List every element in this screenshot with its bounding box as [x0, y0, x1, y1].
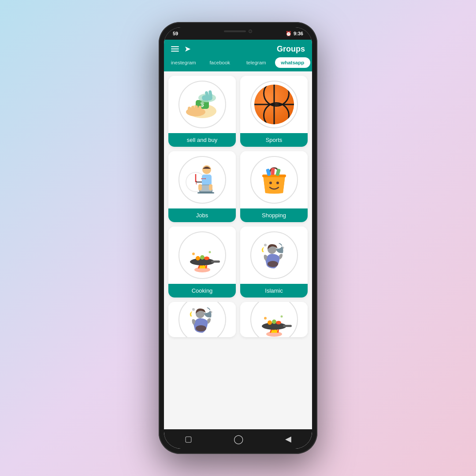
islamic-icon-circle	[250, 231, 298, 279]
islamic2-image	[168, 302, 236, 337]
svg-point-55	[280, 316, 283, 318]
tab-whatsapp[interactable]: whatsapp	[275, 57, 311, 68]
category-jobs[interactable]: ↕ ⟷ Jobs	[168, 151, 236, 222]
shopping-label: Shopping	[240, 208, 308, 222]
content-area: $	[164, 71, 312, 429]
basketball-icon	[254, 85, 294, 124]
app-header: ➤ Groups	[164, 40, 312, 57]
islamic2-svg	[182, 302, 222, 337]
camera	[249, 30, 252, 33]
svg-point-43	[268, 261, 278, 267]
sports-label: Sports	[240, 133, 308, 147]
category-cooking2[interactable]	[240, 302, 308, 337]
svg-rect-8	[198, 106, 201, 113]
svg-rect-5	[188, 107, 191, 113]
cooking-image	[168, 227, 236, 284]
svg-rect-23	[209, 184, 212, 190]
tab-telegram[interactable]: telegram	[238, 57, 274, 68]
shopping-icon-circle	[250, 156, 298, 204]
jobs-icon-circle: ↕ ⟷	[178, 156, 226, 204]
clock-icon: ⏰	[286, 31, 292, 37]
islamic-image	[240, 227, 308, 284]
sell-buy-svg: $	[182, 85, 222, 124]
svg-point-44	[192, 308, 195, 311]
svg-point-40	[264, 244, 267, 246]
jobs-image: ↕ ⟷	[168, 151, 236, 208]
menu-button[interactable]	[171, 46, 179, 52]
category-grid: $	[168, 76, 308, 342]
sell-buy-image: $	[168, 76, 236, 133]
sell-buy-label: sell and buy	[168, 133, 236, 147]
svg-point-52	[272, 320, 276, 324]
svg-rect-30	[271, 168, 275, 175]
svg-point-35	[196, 256, 200, 260]
svg-point-28	[276, 182, 279, 184]
sell-buy-icon-circle: $	[178, 81, 226, 128]
header-left-icons: ➤	[171, 44, 191, 54]
svg-text:⟷: ⟷	[201, 177, 206, 181]
svg-rect-6	[191, 106, 194, 113]
svg-rect-7	[195, 105, 198, 113]
page-title: Groups	[277, 45, 305, 54]
cooking2-icon-circle	[250, 302, 298, 337]
islamic-label: Islamic	[240, 284, 308, 298]
shopping-image	[240, 151, 308, 208]
nav-square-button[interactable]: ▢	[185, 434, 192, 444]
islamic2-icon-circle	[178, 302, 226, 337]
tabs-bar: inestegram facebook telegram whatsapp	[164, 57, 312, 71]
svg-point-39	[208, 251, 211, 253]
svg-rect-22	[198, 184, 202, 190]
shopping-svg	[254, 160, 294, 200]
svg-point-51	[268, 320, 272, 325]
svg-rect-26	[262, 175, 286, 177]
sports-icon-circle	[250, 81, 298, 128]
speaker	[224, 30, 246, 32]
svg-rect-50	[283, 325, 292, 327]
bottom-nav: ▢ ◯ ◀	[164, 429, 312, 449]
islamic-svg	[254, 235, 294, 275]
status-right: ⏰ 9:36	[286, 31, 303, 37]
phone-frame: 59 ⏰ 9:36 ➤ Groups inestegram facebook t…	[159, 22, 317, 454]
category-shopping[interactable]: Shopping	[240, 151, 308, 222]
jobs-label: Jobs	[168, 208, 236, 222]
svg-point-27	[269, 182, 272, 184]
tab-facebook[interactable]: facebook	[202, 57, 238, 68]
cooking-label: Cooking	[168, 284, 236, 298]
svg-point-47	[196, 325, 206, 331]
jobs-svg: ↕ ⟷	[182, 160, 222, 200]
category-cooking[interactable]: Cooking	[168, 227, 236, 298]
sports-image	[240, 76, 308, 133]
cooking-icon-circle	[178, 231, 226, 279]
nav-back-button[interactable]: ◀	[285, 434, 291, 444]
category-islamic[interactable]: Islamic	[240, 227, 308, 298]
svg-rect-21	[197, 192, 214, 193]
nav-home-button[interactable]: ◯	[234, 434, 243, 444]
status-time: 59	[173, 31, 178, 36]
svg-text:↕: ↕	[195, 178, 198, 186]
svg-point-38	[192, 253, 195, 255]
category-sports[interactable]: Sports	[240, 76, 308, 147]
category-sell-buy[interactable]: $	[168, 76, 236, 147]
category-islamic2[interactable]	[168, 302, 236, 337]
tab-instagram[interactable]: inestegram	[166, 57, 201, 68]
send-icon[interactable]: ➤	[184, 44, 191, 54]
svg-point-37	[204, 257, 209, 260]
cooking2-image	[240, 302, 308, 337]
notch	[216, 27, 260, 35]
svg-rect-34	[211, 260, 220, 263]
cooking2-svg	[254, 302, 294, 337]
svg-point-53	[276, 321, 281, 324]
svg-point-36	[200, 255, 205, 260]
svg-point-54	[264, 317, 267, 320]
cooking-svg	[182, 235, 222, 275]
